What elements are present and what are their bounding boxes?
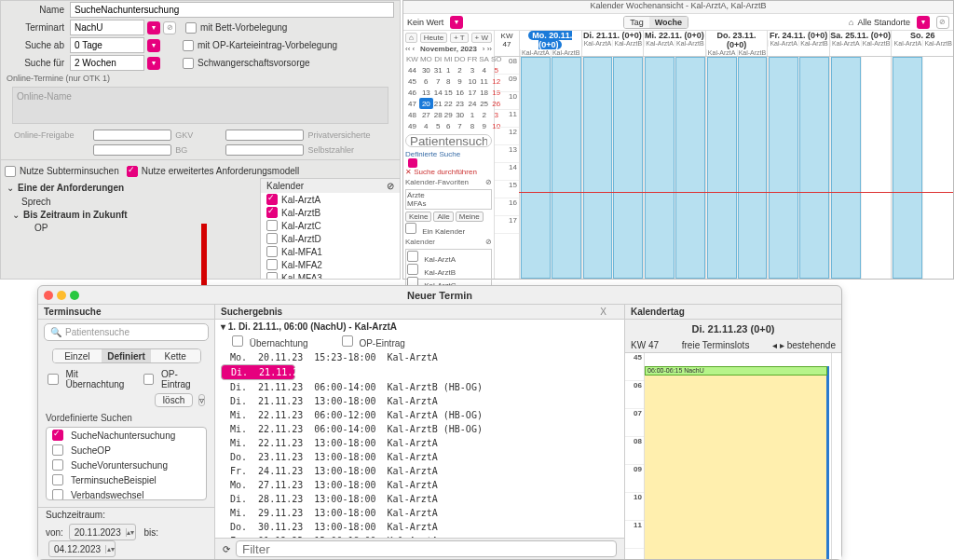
fav-mfas[interactable]: MFAs — [407, 199, 490, 208]
bis-stepper[interactable]: 04.12.2023▴▾ — [48, 540, 116, 557]
loesch-button[interactable]: lösch — [155, 393, 193, 407]
standorte-clear-icon[interactable]: ⊘ — [936, 16, 949, 29]
result-row[interactable]: Mo. 27.11.23 13:00-18:00 Kal-ArztA — [215, 478, 624, 492]
kal-checkbox[interactable] — [266, 246, 278, 257]
day-column[interactable] — [891, 57, 953, 279]
schw-checkbox[interactable] — [183, 58, 194, 69]
predef-item[interactable]: SucheNachuntersuchung — [47, 428, 206, 443]
filter-icon[interactable]: ▿ — [198, 394, 205, 406]
day-column[interactable] — [643, 57, 705, 279]
result-row[interactable]: Di. 21.11.23 06:00-14:00 Kal-ArztB (HB-O… — [215, 380, 624, 394]
patient-search[interactable]: 🔍 Patientensuche — [44, 323, 209, 341]
opk-checkbox[interactable] — [183, 40, 194, 51]
result-row[interactable]: Mi. 22.11.23 06:00-12:00 Kal-ArztA (HB-O… — [215, 408, 624, 422]
result-row[interactable]: Di. 21.11.23 06:00-12:00 Kal-ArztA (HB-O… — [221, 364, 295, 380]
home-icon[interactable]: ⌂ — [849, 18, 853, 27]
minimize-icon[interactable] — [57, 291, 66, 300]
filter-input[interactable] — [236, 540, 617, 557]
erweitert-checkbox[interactable] — [127, 166, 138, 177]
day-header[interactable]: Mo. 20.11. (0+0)Kal-ArztAKal-ArztB — [519, 31, 581, 56]
nav-plusw[interactable]: + W — [471, 33, 492, 43]
nav-plust[interactable]: + T — [450, 33, 469, 43]
day-column[interactable] — [581, 57, 644, 279]
next-month-icon[interactable]: › ›› — [483, 45, 492, 53]
result-list[interactable]: Mo. 20.11.23 15:23-18:00 Kal-ArztADi. 21… — [215, 350, 624, 538]
terminart-select[interactable] — [70, 20, 144, 35]
traffic-lights[interactable] — [44, 291, 79, 300]
name-input[interactable] — [70, 2, 394, 18]
terminart-dropdown-icon[interactable]: ▾ — [147, 21, 160, 34]
result-row[interactable]: Mi. 22.11.23 06:00-14:00 Kal-ArztB (HB-O… — [215, 422, 624, 436]
search-mode-segment[interactable]: Einzel Definiert Kette — [52, 348, 201, 363]
result-close[interactable]: X — [600, 307, 606, 317]
prev-month-icon[interactable]: ‹‹ ‹ — [405, 45, 415, 53]
keinwert-dd-icon[interactable]: ▾ — [450, 16, 463, 29]
reload-icon[interactable]: ⟳ — [223, 544, 230, 554]
close-icon[interactable] — [44, 291, 53, 300]
predef-item[interactable]: SucheVoruntersuchung — [47, 458, 206, 472]
day-header[interactable]: Di. 21.11. (0+0)Kal-ArztAKal-ArztB — [581, 31, 644, 56]
kal-item[interactable]: Kal-ArztA — [261, 193, 400, 206]
result-row[interactable]: Do. 23.11.23 13:00-18:00 Kal-ArztA — [215, 450, 624, 464]
btn-meine[interactable]: Meine — [456, 212, 484, 222]
day-header[interactable]: Mi. 22.11. (0+0)Kal-ArztAKal-ArztB — [643, 31, 705, 56]
suchefuer-select[interactable] — [70, 55, 144, 71]
zoom-icon[interactable] — [70, 291, 79, 300]
result-row[interactable]: Mi. 22.11.23 13:00-18:00 Kal-ArztA — [215, 436, 624, 450]
day-column[interactable] — [767, 57, 829, 279]
kal-item[interactable]: Kal-ArztB — [261, 206, 400, 219]
kal-item[interactable]: Kal-ArztD — [261, 232, 400, 245]
von-stepper[interactable]: 20.11.2023▴▾ — [69, 524, 136, 540]
day-header[interactable]: So. 26Kal-ArztAKal-ArztB — [891, 31, 953, 56]
side-kal-item[interactable]: Kal-ArztB — [407, 264, 490, 277]
sucheab-select[interactable] — [70, 37, 144, 53]
btn-keine[interactable]: Keine — [405, 212, 431, 222]
predef-search-list[interactable]: SucheNachuntersuchungSucheOPSucheVorunte… — [46, 427, 207, 500]
day-column[interactable] — [705, 57, 768, 279]
uebernacht-cb[interactable] — [48, 374, 59, 385]
x-icon[interactable]: ✕ — [405, 168, 412, 176]
day-header[interactable]: Fr. 24.11. (0+0)Kal-ArztAKal-ArztB — [767, 31, 829, 56]
nav-heute[interactable]: Heute — [420, 33, 447, 43]
seg-tag[interactable]: Tag — [624, 17, 649, 28]
predef-checkbox[interactable] — [52, 444, 63, 456]
kal-checkbox[interactable] — [266, 233, 278, 244]
selected-slot[interactable]: 06:00-06:15 NachU — [645, 366, 827, 376]
predef-checkbox[interactable] — [52, 489, 63, 500]
def-suche-icon[interactable] — [408, 158, 417, 168]
kal-item[interactable]: Kal-MFA2 — [261, 258, 400, 271]
btn-alle[interactable]: Alle — [433, 212, 453, 222]
kal-item[interactable]: Kal-MFA1 — [261, 245, 400, 258]
seg-woche[interactable]: Woche — [649, 17, 688, 28]
predef-item[interactable]: SucheOP — [47, 443, 206, 458]
nav-home[interactable]: ⌂ — [405, 33, 417, 43]
mini-calendar[interactable]: KWMODIMIDOFRSASO443031123454567891011124… — [405, 53, 503, 131]
def-suche-link[interactable]: Definierte Suche — [405, 150, 492, 158]
subtermine-checkbox[interactable] — [5, 166, 16, 177]
day-column[interactable] — [829, 57, 892, 279]
selbst-checkbox[interactable] — [225, 144, 305, 156]
predef-item[interactable]: TerminsucheBeispiel — [47, 472, 206, 487]
result-disclosure[interactable]: ▾ 1. Di. 21.11., 06:00 (NachU) - Kal-Arz… — [221, 321, 397, 332]
opeintrag-cb[interactable] — [143, 374, 155, 385]
seg-definiert[interactable]: Definiert — [102, 349, 151, 362]
predef-checkbox[interactable] — [52, 474, 63, 485]
predef-checkbox[interactable] — [52, 459, 63, 471]
view-segment[interactable]: Tag Woche — [623, 16, 688, 29]
kal-item[interactable]: Kal-MFA3 — [261, 271, 400, 279]
einkal-cb[interactable] — [405, 223, 416, 234]
kalender-clear-icon[interactable]: ⊘ — [387, 181, 394, 191]
predef-item[interactable]: Verbandswechsel — [47, 487, 206, 500]
fav-arzte[interactable]: Ärzte — [407, 191, 490, 199]
day-header[interactable]: Sa. 25.11. (0+0)Kal-ArztAKal-ArztB — [829, 31, 892, 56]
result-row[interactable]: Do. 30.11.23 13:00-18:00 Kal-ArztA — [215, 520, 624, 534]
terminart-clear-icon[interactable]: ⊘ — [163, 21, 176, 34]
result-row[interactable]: Di. 28.11.23 13:00-18:00 Kal-ArztA — [215, 492, 624, 506]
sucheab-dropdown-icon[interactable]: ▾ — [147, 39, 160, 52]
result-row[interactable]: Mi. 29.11.23 13:00-18:00 Kal-ArztA — [215, 506, 624, 520]
standorte-dd-icon[interactable]: ▾ — [917, 16, 930, 29]
kal-item[interactable]: Kal-ArztC — [261, 219, 400, 232]
kal-checkbox[interactable] — [266, 259, 278, 270]
suche-durch[interactable]: Suche durchführen — [414, 168, 477, 176]
priv-checkbox[interactable] — [225, 130, 305, 141]
